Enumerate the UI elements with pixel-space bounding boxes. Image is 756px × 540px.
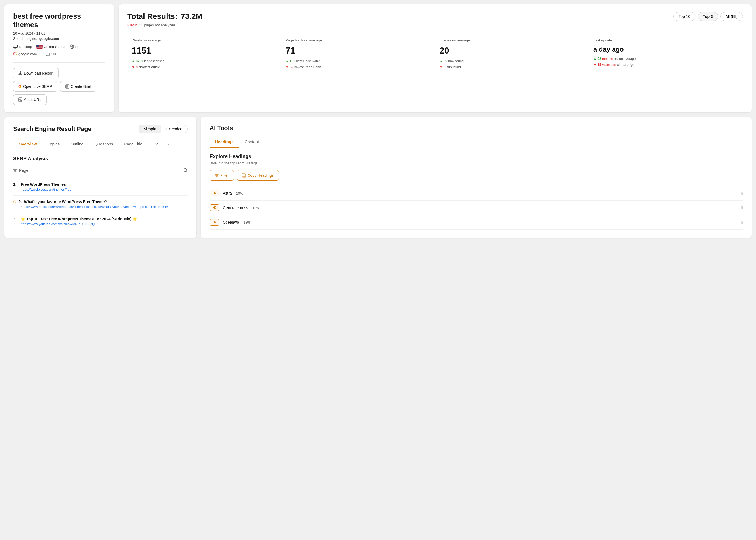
tab-page-title[interactable]: Page Title <box>118 138 148 150</box>
info-icon-astra[interactable]: ℹ <box>741 191 743 196</box>
open-live-serp-button[interactable]: G Open Live SERP <box>13 81 57 92</box>
tab-overview[interactable]: Overview <box>13 138 43 150</box>
search-icon[interactable] <box>183 168 188 173</box>
simple-view-button[interactable]: Simple <box>139 125 161 133</box>
star-right-icon: ⭐ <box>133 217 137 221</box>
result-1-url[interactable]: https://wordpress.com/themes/free <box>21 188 188 192</box>
create-brief-label: Create Brief <box>71 84 91 89</box>
total-value: 73.2M <box>181 12 202 21</box>
ai-action-row: Filter Copy Headings <box>209 170 743 181</box>
stat-images-up: ▲ 32 <box>440 59 447 63</box>
stat-images-value: 20 <box>440 46 584 56</box>
action-buttons: Download Report G Open Live SERP Create … <box>13 68 105 105</box>
query-date: 20 Aug 2024 - 11:01 <box>13 31 105 35</box>
chevron-right-icon <box>166 142 171 147</box>
filter-label: Filter <box>220 173 229 178</box>
query-engine: Search engine: google.com <box>13 37 105 41</box>
heading-item-astra: H2 Astra 19% ℹ <box>209 186 743 201</box>
svg-rect-18 <box>242 174 245 177</box>
top10-button[interactable]: Top 10 <box>674 12 695 21</box>
tab-topics[interactable]: Topics <box>43 138 65 150</box>
heading-name-generatepress: Generatepress <box>223 205 248 210</box>
info-icon-oceanwp[interactable]: ℹ <box>741 220 743 225</box>
svg-rect-8 <box>37 45 39 47</box>
stat-pagerank-up: ▲ 100 <box>286 59 295 63</box>
stat-images-down: ▼ 0 <box>440 65 445 69</box>
extended-view-button[interactable]: Extended <box>161 125 188 133</box>
total-results-title: Total Results: 73.2M <box>127 12 202 21</box>
top3-button[interactable]: Top 3 <box>697 12 718 21</box>
serp-title: Search Engine Result Page <box>13 125 91 133</box>
total-results-header: Total Results: 73.2M Top 10 Top 3 All (8… <box>127 12 743 21</box>
heading-pct-astra: 19% <box>236 191 243 196</box>
tab-more-button[interactable] <box>164 139 173 150</box>
result-3-url[interactable]: https://www.youtube.com/watch?v=MNPKrTu6… <box>21 222 188 226</box>
result-2-url[interactable]: https://www.reddit.com/r/Wordpress/comme… <box>21 205 188 209</box>
page-filter-row: Page <box>13 166 188 175</box>
ai-tab-content[interactable]: Content <box>239 136 265 148</box>
h2-badge-generatepress: H2 <box>209 204 219 211</box>
page-filter-text: Page <box>19 168 28 173</box>
heading-item-generatepress: H2 Generatepress 13% ℹ <box>209 201 743 215</box>
svg-point-15 <box>21 100 22 101</box>
results-count-meta: 100 <box>46 52 57 56</box>
heading-name-astra: Astra <box>223 191 232 196</box>
brief-icon <box>65 84 69 89</box>
stat-words-down: ▼ 9 <box>132 65 138 69</box>
result-3-num: 3. <box>13 217 19 221</box>
country-meta: United States <box>37 45 65 49</box>
ai-tab-headings[interactable]: Headings <box>209 136 239 148</box>
site-meta: G google.com <box>13 51 37 57</box>
total-results-card: Total Results: 73.2M Top 10 Top 3 All (8… <box>118 4 752 112</box>
site-label: google.com <box>18 52 37 56</box>
query-title: best free wordpress themes <box>13 12 105 29</box>
stat-pagerank-value: 71 <box>286 46 431 56</box>
info-icon-generatepress[interactable]: ℹ <box>741 205 743 210</box>
ai-tools-card: AI Tools Headings Content Explore Headin… <box>201 117 752 238</box>
download-report-button[interactable]: Download Report <box>13 68 59 78</box>
stat-pagerank-label: Page Rank on average <box>286 38 431 43</box>
serp-tabs: Overview Topics Outline Questions Page T… <box>13 138 188 150</box>
stat-lastupdate-label: Last update <box>593 38 738 43</box>
create-brief-button[interactable]: Create Brief <box>60 81 96 92</box>
result-3-title: ⭐ Top 10 Best Free Wordpress Themes For … <box>21 217 137 221</box>
result-1-row: 1. Free WordPress Themes <box>13 182 188 187</box>
google-icon: G <box>13 51 17 57</box>
tab-questions[interactable]: Questions <box>89 138 119 150</box>
tab-de[interactable]: De <box>148 138 164 150</box>
engine-label: Search engine: <box>13 37 37 41</box>
engine-value: google.com <box>39 37 59 41</box>
filter-button[interactable]: Filter <box>209 170 234 181</box>
google-btn-icon: G <box>18 84 21 89</box>
stat-words-up: ▲ 3260 <box>132 59 143 63</box>
page-filter-label: Page <box>13 168 28 173</box>
all-button[interactable]: All (88) <box>720 12 743 21</box>
results-count-label: 100 <box>51 52 57 56</box>
svg-rect-0 <box>13 45 18 48</box>
heading-pct-oceanwp: 13% <box>243 220 250 224</box>
separator <box>13 62 105 63</box>
heading-name-oceanwp: Oceanwp <box>223 220 239 224</box>
stat-lastupdate-value: a day ago <box>593 46 738 53</box>
language-meta: en <box>70 45 79 49</box>
error-label: Error: <box>127 23 137 27</box>
stat-pagerank-sub: ▲ 100 best Page Rank ▼ 52 lowest Page Ra… <box>286 59 431 70</box>
tab-outline[interactable]: Outline <box>65 138 89 150</box>
result-item-3: 3. ⭐ Top 10 Best Free Wordpress Themes F… <box>13 213 188 230</box>
ai-tools-title: AI Tools <box>209 125 743 132</box>
result-2-warning-icon: ⊙ <box>13 200 17 204</box>
total-label: Total Results: <box>127 12 178 21</box>
audit-url-label: Audit URL <box>24 97 42 102</box>
audit-url-button[interactable]: Audit URL <box>13 94 47 105</box>
copy-headings-button[interactable]: Copy Headings <box>237 170 279 181</box>
heading-left-astra: H2 Astra 19% <box>209 190 243 197</box>
serp-card: Search Engine Result Page Simple Extende… <box>4 117 196 238</box>
copy-icon <box>46 52 50 56</box>
error-message: Error: 11 pages not analyzed. <box>127 23 743 27</box>
country-label: United States <box>44 45 65 49</box>
filter-icon <box>215 174 219 177</box>
view-toggle: Simple Extended <box>139 125 188 133</box>
filter-lines-icon <box>13 169 17 172</box>
stat-words-value: 1151 <box>132 46 277 56</box>
svg-rect-5 <box>37 47 43 47</box>
